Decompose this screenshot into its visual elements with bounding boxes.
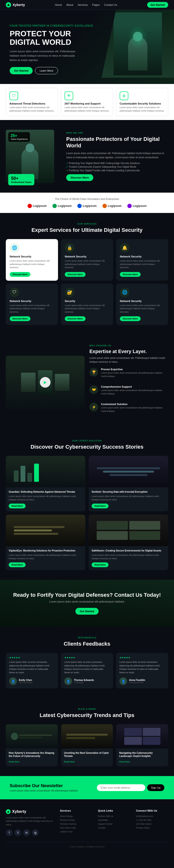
service-btn-2[interactable]: Discover More xyxy=(120,272,141,277)
testimonial-info-0: Emily Chen CEO & Founder xyxy=(19,679,33,684)
blog-image-1 xyxy=(61,724,113,748)
why-right: Why Choose Us Expertise at Every Layer. … xyxy=(90,344,168,420)
story-btn-1[interactable]: Read More xyxy=(92,503,108,508)
who-tag: Who We Are xyxy=(66,132,168,134)
social-linkedin[interactable]: in xyxy=(23,829,30,836)
stories-grid: Guardian: Defending Networks Against Adv… xyxy=(6,456,168,570)
nav-links: Home About Services Pages Contact Us xyxy=(55,3,117,6)
cta-title: Ready to Fortify Your Digital Defenses? … xyxy=(6,592,168,598)
hero-get-started-button[interactable]: Get Started xyxy=(10,67,33,74)
cta-get-started-button[interactable]: Get Started xyxy=(75,608,98,615)
service-btn-3[interactable]: Discover More xyxy=(10,316,30,321)
testimonial-stars-1: ★★★★★ xyxy=(64,656,110,659)
logo-circle-0 xyxy=(28,204,32,208)
logo-icon xyxy=(6,2,11,7)
story-image-1 xyxy=(89,456,168,487)
service-desc-1: Lorem ipsum dolor amet consectetuer elit… xyxy=(65,259,109,269)
feature-card-0: 🛡 Advanced Threat Detections Lorem ipsum… xyxy=(6,88,58,116)
newsletter-email-input[interactable] xyxy=(97,784,145,791)
story-body-3: SafeHaven: Creating Secure Environments … xyxy=(89,546,168,570)
why-item-desc-2: Lorem ipsum dolor amet consectetuer elit… xyxy=(101,406,168,413)
testimonial-avatar-0: 👤 xyxy=(9,677,17,685)
who-list-item-0: Protecting Your Digital World With Cutti… xyxy=(66,162,168,164)
why-item-text-2: Customized Solution Lorem ipsum dolor am… xyxy=(101,403,168,417)
footer-socials: f 𝕏 in ig xyxy=(6,829,54,836)
play-button[interactable]: ▶ xyxy=(40,377,50,388)
footer-service-link-0[interactable]: About Design xyxy=(60,815,92,817)
footer-service-link-3[interactable]: Two Factor Auth xyxy=(60,827,92,829)
footer-service-link-1[interactable]: Product Pricing xyxy=(60,819,92,821)
why-item-0: 🏆 Proven Expertise Lorem ipsum dolor ame… xyxy=(90,368,168,382)
who-list: Protecting Your Digital World With Cutti… xyxy=(66,162,168,172)
story-btn-2[interactable]: Read More xyxy=(9,562,26,567)
story-title-2: VigilantEye: Monitoring Solutions for Pr… xyxy=(9,549,82,552)
footer-quicklink-0[interactable]: Partner With Us xyxy=(98,815,130,817)
footer-service-link-4[interactable]: Lifetime Free xyxy=(60,831,92,833)
social-facebook[interactable]: f xyxy=(6,829,12,836)
nav-pages[interactable]: Pages xyxy=(92,3,100,6)
feature-card-2: ⚙ Customizable Security Solutions Lorem … xyxy=(116,88,168,116)
newsletter-left: Subscribe Our Newsletter Lorem ipsum dol… xyxy=(10,783,78,792)
newsletter-title: Subscribe Our Newsletter xyxy=(10,783,78,788)
story-btn-0[interactable]: Read More xyxy=(9,503,26,508)
why-tag: Why Choose Us xyxy=(90,344,168,347)
story-body-2: VigilantEye: Monitoring Solutions for Pr… xyxy=(6,546,85,570)
footer-quicklink-1[interactable]: Newsletter xyxy=(98,819,130,821)
social-instagram[interactable]: ig xyxy=(32,829,39,836)
nav-cta-button[interactable]: Get Started xyxy=(147,2,168,8)
hero-learn-more-button[interactable]: Learn More xyxy=(35,67,58,74)
blog-link-0[interactable]: Read More xyxy=(9,761,20,763)
service-card-4: 🔐 Security Lorem ipsum dolor amet consec… xyxy=(61,284,113,325)
story-btn-3[interactable]: Read More xyxy=(92,562,108,567)
testimonials-title: Clients Feedbacks xyxy=(6,641,168,647)
newsletter-form: Sign Up xyxy=(97,784,164,791)
footer-connect-link-3[interactable]: Privacy Policy xyxy=(136,827,168,829)
svg-marker-0 xyxy=(7,4,10,6)
footer-service-link-2[interactable]: Premium Service xyxy=(60,823,92,825)
service-card-2: 🔔 Network Security Lorem ipsum dolor ame… xyxy=(116,239,168,281)
service-btn-1[interactable]: Discover More xyxy=(65,272,85,277)
story-title-3: SafeHaven: Creating Secure Environments … xyxy=(92,549,165,552)
nav-logo[interactable]: Xyberty xyxy=(6,2,25,7)
testimonial-role-0: CEO & Founder xyxy=(19,681,33,684)
service-desc-4: Lorem ipsum dolor amet consectetuer elit… xyxy=(65,304,109,314)
footer-quicklink-3[interactable]: Contact xyxy=(98,827,130,829)
footer-quicklink-2[interactable]: Support Center xyxy=(98,823,130,825)
footer-connect-link-1[interactable]: +1 234 567 890 xyxy=(136,819,168,821)
service-btn-5[interactable]: Discover More xyxy=(120,316,141,321)
testimonial-stars-0: ★★★★★ xyxy=(9,656,55,659)
service-icon-2: 🔔 xyxy=(120,243,130,253)
social-twitter[interactable]: 𝕏 xyxy=(14,829,21,836)
testimonial-name-2: Anna Franklin xyxy=(129,679,145,681)
footer-connect-link-2[interactable]: 123 Main Street xyxy=(136,823,168,825)
footer-connect-link-0[interactable]: info@xyberty.com xyxy=(136,815,168,817)
story-image-3 xyxy=(89,515,168,546)
testimonial-card-2: ★★★★★ Lorem ipsum dolor sit amet consect… xyxy=(116,653,168,688)
testimonial-info-1: Thomas Edwards IT Manager xyxy=(74,679,94,684)
svg-marker-1 xyxy=(7,811,9,813)
nav-services[interactable]: Services xyxy=(77,3,88,6)
service-desc-3: Lorem ipsum dolor amet consectetuer elit… xyxy=(10,304,54,314)
newsletter-signup-button[interactable]: Sign Up xyxy=(147,784,164,791)
story-title-1: Sentinel: Securing Data with Ironclad En… xyxy=(92,490,165,493)
nav-home[interactable]: Home xyxy=(55,3,62,6)
nav-contact[interactable]: Contact Us xyxy=(104,3,117,6)
nav-about[interactable]: About xyxy=(66,3,73,6)
story-desc-3: Lorem ipsum dolor amet consectetuer elit… xyxy=(92,554,165,560)
why-item-desc-1: Lorem ipsum dolor amet consectetuer elit… xyxy=(101,389,168,395)
footer-quicklinks-title: Quick Links xyxy=(98,809,130,812)
service-btn-4[interactable]: Discover More xyxy=(65,316,85,321)
stat-badge-teams: 50+ Professional Teams xyxy=(8,174,34,185)
who-title: Passionate Protectors of Your Digital Wo… xyxy=(66,136,168,149)
story-image-0 xyxy=(6,456,85,487)
logo-text: Xyberty xyxy=(12,3,25,7)
service-btn-0[interactable]: Discover More xyxy=(10,272,30,277)
story-card-3: SafeHaven: Creating Secure Environments … xyxy=(89,515,168,570)
blog-title-0: How Xyberty's Innovations Are Shaping th… xyxy=(9,751,55,758)
feature-icon-1: 👁 xyxy=(65,91,73,100)
feature-card-1: 👁 24/7 Monitoring and Support Lorem ipsu… xyxy=(61,88,113,116)
blog-link-1[interactable]: Read More xyxy=(64,761,75,763)
blog-link-2[interactable]: Read More xyxy=(119,761,130,763)
who-discover-button[interactable]: Discover More xyxy=(66,174,93,181)
stories-title: Discover Our Cybersecurity Success Stori… xyxy=(6,444,168,450)
